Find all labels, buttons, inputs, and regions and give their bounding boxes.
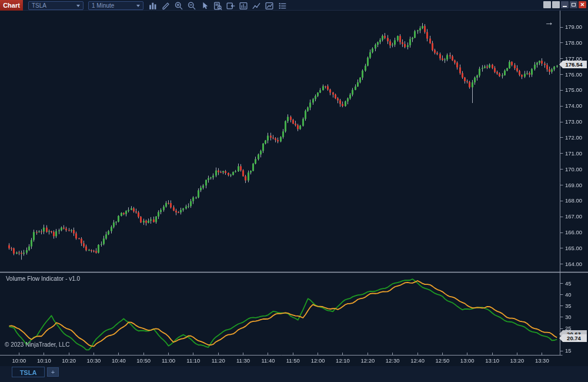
time-axis-label: 11:40 xyxy=(261,357,275,364)
interval-selector[interactable]: 1 Minute xyxy=(88,1,143,10)
price-axis-label: 169.00 xyxy=(565,182,582,188)
window-extra-button-1[interactable] xyxy=(543,1,551,8)
zoom-out-icon[interactable] xyxy=(187,1,196,10)
time-axis-label: 10:50 xyxy=(136,357,151,364)
instrument-selector[interactable]: TSLA xyxy=(28,1,83,10)
order-panel-icon[interactable] xyxy=(226,1,235,10)
time-axis-label: 13:20 xyxy=(510,357,524,364)
indicator-axis-label: 35 xyxy=(565,303,572,309)
maximize-button[interactable] xyxy=(570,1,577,8)
indicator-axis-label: 15 xyxy=(565,347,572,354)
price-axis-label: 172.00 xyxy=(565,134,582,141)
indicator-axis-label: 40 xyxy=(565,291,572,298)
chart-area[interactable]: → 179.00178.00177.00176.00175.00174.0017… xyxy=(0,11,588,382)
copyright-label: © 2023 NinjaTrader, LLC xyxy=(5,341,69,348)
cursor-icon[interactable] xyxy=(200,1,209,10)
time-axis-label: 11:50 xyxy=(286,357,300,364)
indicator-axis-label: 30 xyxy=(565,314,572,320)
price-axis-label: 171.00 xyxy=(565,150,582,157)
window-extra-button-2[interactable] xyxy=(552,1,560,8)
price-axis-label: 164.00 xyxy=(565,261,582,267)
price-axis-label: 174.00 xyxy=(565,102,582,109)
chart-style-icon[interactable] xyxy=(148,1,158,10)
price-axis-label: 170.00 xyxy=(565,166,582,172)
zoom-in-icon[interactable] xyxy=(174,1,183,10)
data-series-icon[interactable] xyxy=(278,1,287,10)
indicators-icon[interactable] xyxy=(252,1,261,10)
time-axis-label: 11:10 xyxy=(186,357,200,364)
chart-trader-icon[interactable] xyxy=(239,1,248,10)
interval-value: 1 Minute xyxy=(92,2,114,9)
price-axis-label: 178.00 xyxy=(565,39,582,46)
chevron-down-icon xyxy=(136,5,140,7)
price-axis-label: 168.00 xyxy=(565,197,582,204)
window-controls: ✕ xyxy=(543,1,586,8)
chevron-down-icon xyxy=(76,5,80,7)
price-axis-label: 179.00 xyxy=(565,24,582,30)
indicator-axis-label: 45 xyxy=(565,280,572,287)
chart-canvas[interactable] xyxy=(0,11,588,382)
tab-bar: TSLA + xyxy=(0,366,588,382)
drawing-tools-icon[interactable] xyxy=(161,1,171,10)
time-axis-label: 13:30 xyxy=(535,357,549,364)
price-axis-label: 167.00 xyxy=(565,213,582,220)
price-axis-label: 166.00 xyxy=(565,229,582,235)
time-axis-label: 11:30 xyxy=(236,357,250,364)
time-axis-label: 10:40 xyxy=(112,357,126,364)
time-axis-label: 11:00 xyxy=(162,357,175,364)
time-axis-label: 13:10 xyxy=(485,357,499,364)
last-price-badge: 176.54 xyxy=(559,61,587,68)
time-axis-label: 12:40 xyxy=(410,357,425,364)
time-axis-label: 12:20 xyxy=(360,357,375,364)
close-button[interactable]: ✕ xyxy=(579,1,586,8)
tab-tsla[interactable]: TSLA xyxy=(12,367,45,377)
price-axis-label: 176.00 xyxy=(565,71,582,78)
time-axis-label: 12:30 xyxy=(386,357,400,364)
time-axis-label: 12:50 xyxy=(435,357,449,364)
minimize-icon xyxy=(563,6,567,7)
price-axis-label: 165.00 xyxy=(565,245,582,251)
time-axis-label: 10:30 xyxy=(87,357,101,364)
indicator-title: Volume Flow Indicator - v1.0 xyxy=(6,275,80,282)
data-box-icon[interactable] xyxy=(213,1,222,10)
chart-properties-icon[interactable] xyxy=(265,1,274,10)
window-title: Chart xyxy=(0,0,23,11)
price-axis-label: 173.00 xyxy=(565,118,582,125)
time-axis-label: 10:00 xyxy=(12,357,26,364)
instrument-value: TSLA xyxy=(32,2,46,9)
pan-right-arrow-icon[interactable]: → xyxy=(544,17,554,28)
chart-toolbar xyxy=(148,1,287,10)
maximize-icon xyxy=(572,3,576,6)
add-tab-button[interactable]: + xyxy=(47,367,59,377)
chart-window: Chart TSLA 1 Minute xyxy=(0,0,588,382)
price-axis-label: 175.00 xyxy=(565,87,582,93)
time-axis-label: 12:10 xyxy=(336,357,350,364)
time-axis-label: 12:00 xyxy=(311,357,325,364)
time-axis-label: 10:10 xyxy=(37,357,51,364)
time-axis-label: 10:20 xyxy=(62,357,76,364)
time-axis-label: 11:20 xyxy=(212,357,225,364)
time-axis-label: 13:00 xyxy=(460,357,475,364)
minimize-button[interactable] xyxy=(561,1,569,8)
indicator-value-badge: 20.74 xyxy=(559,334,587,342)
title-bar: Chart TSLA 1 Minute xyxy=(0,0,588,11)
